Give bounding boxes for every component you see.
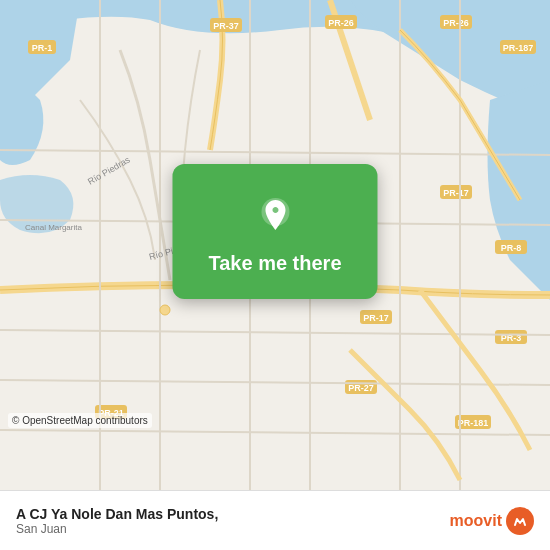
svg-text:PR-27: PR-27 — [348, 383, 374, 393]
place-info: A CJ Ya Nole Dan Mas Puntos, San Juan — [16, 506, 218, 536]
svg-text:PR-26: PR-26 — [443, 18, 469, 28]
svg-text:PR-1: PR-1 — [32, 43, 53, 53]
svg-text:PR-17: PR-17 — [443, 188, 469, 198]
cta-button[interactable]: Take me there — [172, 164, 377, 299]
svg-text:PR-26: PR-26 — [328, 18, 354, 28]
osm-credit: © OpenStreetMap contributors — [8, 413, 152, 428]
svg-text:PR-181: PR-181 — [458, 418, 489, 428]
place-city: San Juan — [16, 522, 218, 536]
svg-text:PR-17: PR-17 — [363, 313, 389, 323]
location-pin-icon — [251, 192, 299, 240]
cta-button-label: Take me there — [208, 252, 341, 275]
svg-point-42 — [160, 305, 170, 315]
svg-text:Canal Margarita: Canal Margarita — [25, 223, 82, 232]
svg-text:PR-37: PR-37 — [213, 21, 239, 31]
place-name: A CJ Ya Nole Dan Mas Puntos, — [16, 506, 218, 522]
map-container: PR-1 PR-37 PR-26 PR-26 PR-187 PR-17 PR-1… — [0, 0, 550, 490]
svg-text:PR-8: PR-8 — [501, 243, 522, 253]
svg-text:PR-187: PR-187 — [503, 43, 534, 53]
moovit-text: moovit — [450, 512, 502, 530]
moovit-icon — [506, 507, 534, 535]
bottom-bar: A CJ Ya Nole Dan Mas Puntos, San Juan mo… — [0, 490, 550, 550]
moovit-logo: moovit — [450, 507, 534, 535]
